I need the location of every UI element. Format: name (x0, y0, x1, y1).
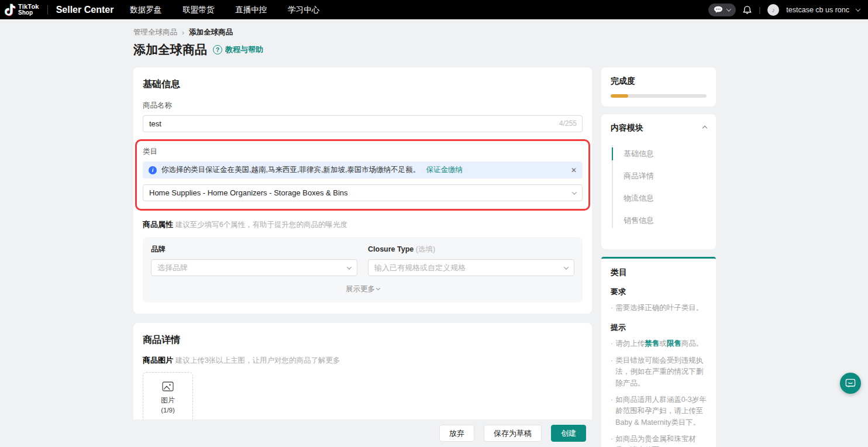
deposit-warning-banner: i 你选择的类目保证金在美国,越南,马来西亚,菲律宾,新加坡,泰国市场缴纳不足额… (143, 161, 583, 178)
chevron-down-icon (347, 264, 352, 269)
completion-card: 完成度 (601, 67, 716, 106)
category-annotation-box: 类目 i 你选择的类目保证金在美国,越南,马来西亚,菲律宾,新加坡,泰国市场缴纳… (135, 139, 590, 211)
char-counter: 4/255 (559, 119, 577, 128)
nav-separator: | (759, 6, 760, 14)
nav-item-affiliate[interactable]: 联盟带货 (182, 5, 214, 15)
category-label: 类目 (143, 147, 583, 157)
banner-text: 你选择的类目保证金在美国,越南,马来西亚,菲律宾,新加坡,泰国市场缴纳不足额。 (161, 165, 420, 175)
upload-label: 图片 (161, 396, 175, 405)
module-item-basic-info[interactable]: 基础信息 (612, 143, 707, 165)
user-name[interactable]: testcase cb us ronc (786, 6, 849, 14)
closure-type-select[interactable]: 输入已有规格或自定义规格 (368, 259, 574, 276)
save-draft-button[interactable]: 保存为草稿 (484, 425, 542, 442)
category-value: Home Supplies - Home Organizers - Storag… (149, 188, 348, 197)
nav-item-live-console[interactable]: 直播中控 (235, 5, 267, 15)
tip-item: · 类目错放可能会受到违规执法，例如在严重的情况下删除产品。 (611, 355, 707, 389)
seller-center-home-link[interactable]: Seller Center (56, 5, 114, 15)
breadcrumb-current: 添加全球商品 (189, 27, 233, 37)
breadcrumb-separator: › (182, 29, 184, 37)
chat-bubble-icon (714, 6, 723, 13)
chevron-down-icon (376, 286, 380, 290)
messages-button[interactable] (708, 4, 736, 16)
banner-close-icon[interactable]: ✕ (571, 166, 577, 174)
nav-divider (47, 5, 48, 15)
content-modules-card: 内容模块 基础信息 商品详情 物流信息 销售信息 (601, 114, 716, 249)
attributes-hint: 建议至少填写6个属性，有助于提升您的商品的曝光度 (175, 221, 347, 229)
chevron-down-icon (572, 190, 577, 194)
chevron-down-icon (726, 6, 731, 11)
closure-placeholder: 输入已有规格或自定义规格 (374, 263, 466, 273)
user-menu-chevron-icon[interactable] (856, 6, 860, 11)
category-help-card: 类目 要求 · 需要选择正确的叶子类目。 提示 · 请勿上传禁售或限售商品。 (601, 257, 716, 447)
deposit-pay-link[interactable]: 保证金缴纳 (426, 165, 463, 175)
breadcrumb-parent[interactable]: 管理全球商品 (133, 27, 177, 37)
tips-title: 提示 (611, 322, 707, 333)
upload-count: (1/9) (161, 407, 175, 414)
action-footer: 放弃 保存为草稿 创建 (0, 420, 592, 447)
image-placeholder-icon (162, 381, 174, 392)
tip-item: · 如商品适用人群涵盖0-3岁年龄范围和孕产妇，请上传至Baby & Mater… (611, 394, 707, 428)
completion-progress-bar (611, 94, 707, 98)
detail-title: 商品详情 (143, 334, 583, 346)
optional-tag: (选填) (416, 245, 435, 253)
avatar[interactable]: ♪ (767, 4, 779, 16)
tutorial-help-link[interactable]: ? 教程与帮助 (213, 44, 263, 55)
completion-title: 完成度 (611, 76, 707, 87)
help-link-label: 教程与帮助 (225, 44, 263, 55)
module-item-sales[interactable]: 销售信息 (612, 209, 707, 232)
tiktok-note-icon (5, 4, 16, 16)
tiktok-shop-logo[interactable]: TikTok Shop (5, 4, 39, 16)
modules-title: 内容模块 (611, 123, 643, 133)
requirement-title: 要求 (611, 287, 707, 297)
product-name-input[interactable] (143, 115, 583, 132)
chevron-down-icon (564, 264, 569, 269)
module-item-product-detail[interactable]: 商品详情 (612, 165, 707, 187)
images-heading: 商品图片 建议上传3张以上主图，让用户对您的商品了解更多 (143, 355, 583, 366)
category-select[interactable]: Home Supplies - Home Organizers - Storag… (143, 184, 583, 201)
show-more-button[interactable]: 展示更多 (151, 284, 574, 294)
brand-select[interactable]: 选择品牌 (151, 259, 357, 276)
support-chat-fab[interactable] (840, 373, 861, 394)
basic-info-card: 基础信息 商品名称 4/255 类目 i 你选择的类目保证金在美国,越南,马来西… (133, 67, 592, 314)
restricted-link[interactable]: 限售 (667, 339, 681, 348)
image-upload-tile[interactable]: 图片 (1/9) (143, 372, 193, 422)
basic-info-title: 基础信息 (143, 78, 583, 91)
collapse-chevron-icon[interactable] (702, 126, 707, 130)
requirement-item: · 需要选择正确的叶子类目。 (611, 302, 707, 314)
discard-button[interactable]: 放弃 (439, 425, 474, 442)
prohibited-link[interactable]: 禁售 (645, 339, 659, 348)
help-question-icon: ? (213, 45, 222, 54)
info-icon: i (149, 166, 157, 174)
brand-placeholder: 选择品牌 (157, 263, 188, 273)
images-hint: 建议上传3张以上主图，让用户对您的商品了解更多 (175, 356, 340, 365)
tip-item-prohibited: · 请勿上传禁售或限售商品。 (611, 338, 707, 349)
chat-smile-icon (845, 379, 856, 388)
product-name-label: 商品名称 (143, 101, 583, 111)
nav-item-learning-center[interactable]: 学习中心 (288, 5, 319, 15)
attributes-title: 商品属性 (143, 220, 173, 229)
nav-item-data-compass[interactable]: 数据罗盘 (130, 5, 161, 15)
category-help-title: 类目 (611, 267, 707, 278)
completion-fill (611, 94, 628, 98)
closure-type-label: Closure Type (选填) (368, 245, 574, 255)
tip-item: · 如商品为贵金属和珠宝材质，请上传至Jewellery Accessories… (611, 434, 707, 447)
breadcrumb: 管理全球商品 › 添加全球商品 (133, 27, 868, 37)
logo-wordmark: TikTok Shop (18, 4, 39, 16)
top-navbar: TikTok Shop Seller Center 数据罗盘 联盟带货 直播中控… (0, 0, 868, 19)
images-label: 商品图片 (143, 356, 173, 365)
module-item-logistics[interactable]: 物流信息 (612, 187, 707, 209)
page-body: 管理全球商品 › 添加全球商品 添加全球商品 ? 教程与帮助 基础信息 商品名称… (0, 19, 868, 447)
page-title: 添加全球商品 (133, 42, 207, 58)
attributes-box: 品牌 选择品牌 Closure Type (选填) (143, 237, 583, 302)
notifications-bell-icon[interactable] (743, 5, 752, 15)
brand-label: 品牌 (151, 245, 357, 255)
attributes-heading: 商品属性 建议至少填写6个属性，有助于提升您的商品的曝光度 (143, 219, 583, 230)
create-button[interactable]: 创建 (551, 425, 586, 442)
